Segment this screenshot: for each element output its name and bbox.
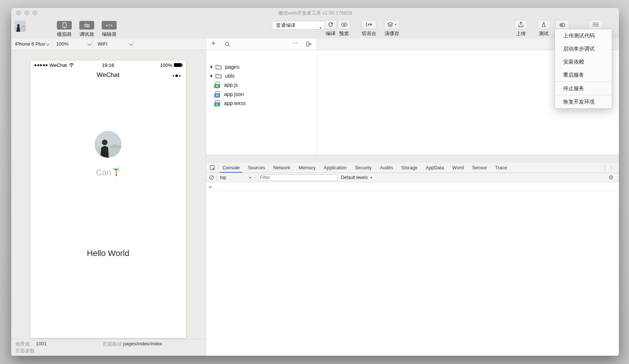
tree-item-app-wxss[interactable]: {} app.wxss [214, 99, 246, 108]
battery-icon [174, 63, 182, 67]
switch-background-button[interactable]: 切后台 [359, 20, 380, 37]
tab-wxml[interactable]: Wxml [448, 163, 468, 173]
console-toolbar: top ▼ Default levels ▼ ⚙ [206, 173, 619, 182]
cloud-icon [555, 20, 570, 29]
more-menu-icon[interactable] [173, 74, 181, 77]
disclosure-triangle-icon[interactable] [211, 65, 213, 68]
menu-item-upload-test-code[interactable]: 上传测试代码 [555, 29, 612, 42]
app-window: 微信web开发者工具 v1.00.170829 模拟器 调试器 [11, 8, 619, 356]
profile-avatar[interactable] [95, 131, 122, 158]
tab-storage[interactable]: Storage [397, 163, 422, 173]
tab-audits[interactable]: Audits [376, 163, 397, 173]
overflow-menu-button[interactable] [588, 20, 603, 29]
chevron-down-icon [129, 41, 133, 46]
menu-item-start-step-debug[interactable]: 启动单步调试 [555, 42, 612, 55]
inspect-element-button[interactable] [209, 163, 218, 173]
clear-cache-label: 清缓存 [381, 30, 402, 37]
console-filter-input[interactable] [258, 175, 337, 181]
console-settings-button[interactable]: ⚙ [609, 174, 614, 181]
tree-item-app-js[interactable]: JS app.js [214, 80, 238, 89]
frame-context-select[interactable]: top ▼ [217, 175, 255, 180]
phone-nav-bar: WeChat [30, 70, 186, 81]
tree-item-label: utils [225, 73, 234, 79]
devtools-panel: Console Sources Network Memory Applicati… [206, 155, 619, 356]
to-background-icon [362, 20, 377, 29]
network-select[interactable]: WiFi [98, 38, 107, 50]
json-file-icon: JN [214, 91, 221, 98]
clear-icon [209, 175, 214, 180]
file-tree-toolbar: + ⋯ [206, 38, 317, 50]
tab-console[interactable]: Console [218, 163, 244, 173]
tab-application[interactable]: Application [320, 163, 351, 173]
tab-security[interactable]: Security [351, 163, 376, 173]
tab-memory[interactable]: Memory [295, 163, 320, 173]
preview-button[interactable]: 预览 [334, 20, 355, 37]
tab-sensor[interactable]: Sensor [468, 163, 491, 173]
phone-screen: WeChat 19:16 100% WeChat [30, 61, 186, 338]
tab-appdata[interactable]: AppData [422, 163, 448, 173]
log-level-select[interactable]: Default levels ▼ [341, 175, 373, 180]
collapse-panel-icon[interactable] [306, 41, 312, 47]
compile-mode-select[interactable]: 普通编译 ▼ [272, 21, 325, 30]
console-output[interactable]: > [206, 182, 619, 192]
tree-item-utils[interactable]: utils [211, 71, 234, 80]
search-icon[interactable] [225, 41, 230, 47]
chevron-down-icon [46, 41, 50, 46]
folder-icon [215, 64, 222, 70]
upload-button[interactable]: 上传 [510, 20, 531, 37]
menu-item-stop-service[interactable]: 停止服务 [555, 81, 612, 95]
tab-trace[interactable]: Trace [491, 163, 511, 173]
avatar-photo-placeholder [15, 21, 26, 32]
network-select-value: WiFi [98, 41, 107, 47]
device-select-value: iPhone 6 Plus [15, 41, 45, 47]
log-level-value: Default levels [341, 175, 368, 180]
test-button[interactable]: 测试 [533, 20, 554, 37]
cloud-menu-button[interactable] [555, 20, 570, 29]
preview-label: 预览 [334, 30, 355, 37]
simulator-toggle-label: 模拟器 [57, 31, 72, 38]
debugger-toggle-button[interactable]: 调试器 [79, 21, 94, 38]
disclosure-triangle-icon[interactable] [211, 74, 213, 77]
menu-item-install-deps[interactable]: 安装依赖 [555, 55, 612, 68]
tab-network[interactable]: Network [269, 163, 295, 173]
page-title: WeChat [30, 70, 186, 81]
divider [92, 38, 93, 50]
page-params-label: 页面参数 [15, 348, 35, 354]
device-select[interactable]: iPhone 6 Plus [15, 38, 45, 50]
tree-item-label: app.wxss [224, 100, 246, 106]
cloud-dropdown-menu: 上传测试代码 启动单步调试 安装依赖 重启服务 停止服务 恢复开发环境 [555, 29, 612, 109]
greeting-text: Hello World [30, 249, 186, 258]
upload-label: 上传 [510, 30, 531, 37]
simulator-footer: 场景值 1001 页面路径 pages/index/index 页面参数 [11, 339, 206, 356]
devtools-menu-button[interactable]: ⋮ [605, 163, 619, 173]
chevron-down-icon: ▼ [370, 176, 373, 179]
debugger-toggle-label: 调试器 [79, 31, 94, 38]
tree-item-label: app.js [224, 82, 238, 88]
tree-item-app-json[interactable]: JN app.json [214, 90, 244, 99]
divider [52, 38, 52, 50]
frame-context-value: top [220, 175, 226, 180]
code-icon: </> [102, 21, 117, 30]
add-file-button[interactable]: + [211, 39, 215, 47]
simulator-panel: WeChat 19:16 100% WeChat [11, 50, 206, 356]
simulator-toggle-button[interactable]: 模拟器 [57, 21, 72, 38]
profile-name[interactable]: Can [30, 167, 186, 178]
tree-item-pages[interactable]: pages [211, 62, 239, 71]
titlebar: 微信web开发者工具 v1.00.170829 [11, 8, 619, 18]
layers-icon: ▼ [384, 20, 400, 29]
folder-icon [215, 73, 222, 78]
chevron-down-icon [88, 41, 92, 46]
eye-icon [338, 20, 350, 29]
menu-item-restart-service[interactable]: 重启服务 [555, 68, 612, 81]
user-avatar[interactable] [15, 21, 26, 32]
zoom-select[interactable]: 100% [56, 38, 68, 50]
menu-item-restore-env[interactable]: 恢复开发环境 [555, 95, 612, 108]
upload-icon [515, 20, 527, 29]
tab-sources[interactable]: Sources [244, 163, 269, 173]
clear-cache-button[interactable]: ▼ 清缓存 [381, 20, 402, 37]
more-options-button[interactable]: ⋯ [292, 40, 298, 46]
phone-icon [57, 21, 72, 30]
js-file-icon: JS [214, 82, 221, 88]
clear-console-button[interactable] [209, 175, 217, 180]
editor-toggle-button[interactable]: </> 编辑器 [102, 21, 117, 38]
